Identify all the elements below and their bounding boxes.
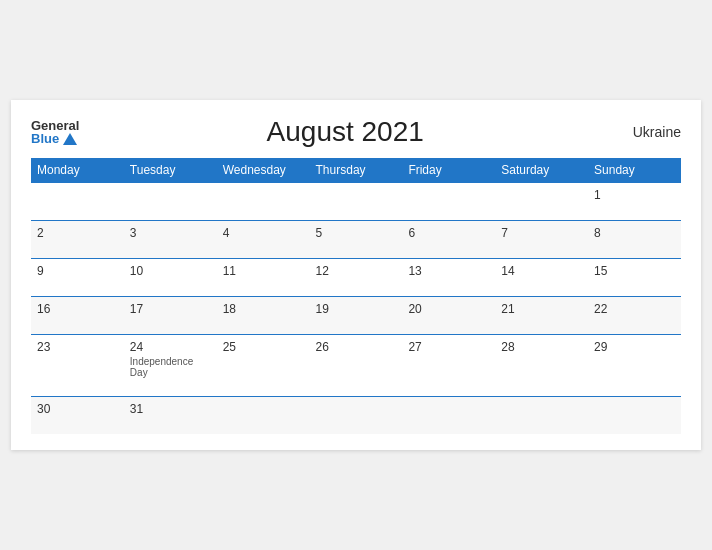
day-number: 15 [594, 264, 675, 278]
calendar-cell: 5 [310, 221, 403, 259]
day-number: 21 [501, 302, 582, 316]
weekday-header-monday: Monday [31, 158, 124, 183]
calendar-cell: 18 [217, 297, 310, 335]
calendar-cell: 24Independence Day [124, 335, 217, 397]
calendar-grid: MondayTuesdayWednesdayThursdayFridaySatu… [31, 158, 681, 434]
day-number: 31 [130, 402, 211, 416]
weekday-header-thursday: Thursday [310, 158, 403, 183]
day-number: 28 [501, 340, 582, 354]
calendar-cell [402, 183, 495, 221]
calendar-container: General Blue August 2021 Ukraine MondayT… [11, 100, 701, 450]
logo: General Blue [31, 119, 79, 145]
day-number: 27 [408, 340, 489, 354]
calendar-cell: 25 [217, 335, 310, 397]
day-event: Independence Day [130, 356, 211, 378]
logo-triangle-icon [63, 133, 77, 145]
calendar-cell: 23 [31, 335, 124, 397]
day-number: 8 [594, 226, 675, 240]
day-number: 24 [130, 340, 211, 354]
calendar-cell [124, 183, 217, 221]
day-number: 30 [37, 402, 118, 416]
calendar-cell: 26 [310, 335, 403, 397]
week-row-2: 2345678 [31, 221, 681, 259]
day-number: 1 [594, 188, 675, 202]
calendar-cell: 14 [495, 259, 588, 297]
day-number: 4 [223, 226, 304, 240]
calendar-cell: 21 [495, 297, 588, 335]
calendar-cell [495, 183, 588, 221]
calendar-region: Ukraine [611, 124, 681, 140]
calendar-cell [310, 397, 403, 435]
day-number: 22 [594, 302, 675, 316]
calendar-cell: 9 [31, 259, 124, 297]
day-number: 26 [316, 340, 397, 354]
week-row-3: 9101112131415 [31, 259, 681, 297]
calendar-cell: 3 [124, 221, 217, 259]
weekday-header-sunday: Sunday [588, 158, 681, 183]
calendar-cell: 29 [588, 335, 681, 397]
weekday-header-row: MondayTuesdayWednesdayThursdayFridaySatu… [31, 158, 681, 183]
calendar-header: General Blue August 2021 Ukraine [31, 116, 681, 148]
calendar-cell [310, 183, 403, 221]
weekday-header-saturday: Saturday [495, 158, 588, 183]
day-number: 14 [501, 264, 582, 278]
weekday-header-friday: Friday [402, 158, 495, 183]
calendar-cell: 12 [310, 259, 403, 297]
calendar-cell: 1 [588, 183, 681, 221]
calendar-title: August 2021 [79, 116, 611, 148]
calendar-cell [495, 397, 588, 435]
calendar-cell: 20 [402, 297, 495, 335]
calendar-cell: 16 [31, 297, 124, 335]
day-number: 9 [37, 264, 118, 278]
calendar-cell [402, 397, 495, 435]
calendar-cell: 17 [124, 297, 217, 335]
calendar-cell: 19 [310, 297, 403, 335]
calendar-cell: 31 [124, 397, 217, 435]
day-number: 16 [37, 302, 118, 316]
calendar-cell: 6 [402, 221, 495, 259]
calendar-cell: 15 [588, 259, 681, 297]
calendar-cell: 10 [124, 259, 217, 297]
calendar-cell [217, 183, 310, 221]
calendar-cell [588, 397, 681, 435]
calendar-cell: 30 [31, 397, 124, 435]
day-number: 5 [316, 226, 397, 240]
day-number: 3 [130, 226, 211, 240]
week-row-1: 1 [31, 183, 681, 221]
day-number: 18 [223, 302, 304, 316]
day-number: 10 [130, 264, 211, 278]
day-number: 13 [408, 264, 489, 278]
day-number: 23 [37, 340, 118, 354]
day-number: 20 [408, 302, 489, 316]
calendar-cell: 27 [402, 335, 495, 397]
day-number: 19 [316, 302, 397, 316]
calendar-cell: 4 [217, 221, 310, 259]
day-number: 25 [223, 340, 304, 354]
calendar-cell: 8 [588, 221, 681, 259]
calendar-cell [31, 183, 124, 221]
day-number: 6 [408, 226, 489, 240]
calendar-cell [217, 397, 310, 435]
weekday-header-wednesday: Wednesday [217, 158, 310, 183]
week-row-6: 3031 [31, 397, 681, 435]
week-row-5: 2324Independence Day2526272829 [31, 335, 681, 397]
day-number: 29 [594, 340, 675, 354]
calendar-cell: 22 [588, 297, 681, 335]
calendar-cell: 11 [217, 259, 310, 297]
calendar-cell: 7 [495, 221, 588, 259]
logo-blue-text: Blue [31, 132, 79, 145]
week-row-4: 16171819202122 [31, 297, 681, 335]
weekday-header-tuesday: Tuesday [124, 158, 217, 183]
calendar-cell: 2 [31, 221, 124, 259]
day-number: 11 [223, 264, 304, 278]
day-number: 7 [501, 226, 582, 240]
calendar-cell: 28 [495, 335, 588, 397]
day-number: 17 [130, 302, 211, 316]
calendar-cell: 13 [402, 259, 495, 297]
day-number: 12 [316, 264, 397, 278]
day-number: 2 [37, 226, 118, 240]
